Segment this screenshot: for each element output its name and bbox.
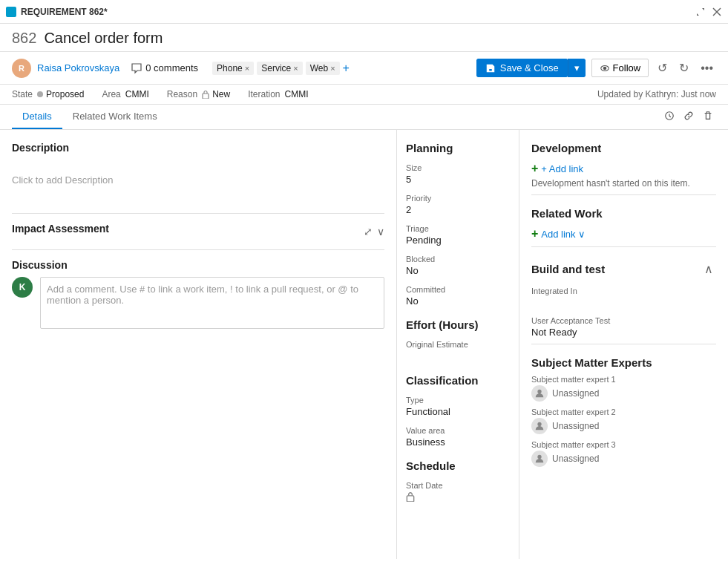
left-panel: Description Click to add Description Imp… xyxy=(0,130,397,559)
tag-phone-close[interactable]: × xyxy=(245,64,249,73)
build-test-collapse-button[interactable]: ∧ xyxy=(701,259,716,279)
divider-1 xyxy=(12,213,384,214)
type-value[interactable]: Functional xyxy=(406,406,510,417)
user-name[interactable]: Raisa Pokrovskaya xyxy=(37,62,119,73)
tag-service-close[interactable]: × xyxy=(293,64,298,73)
impact-collapse-button[interactable]: ∨ xyxy=(377,226,384,238)
impact-assessment-title: Impact Assessment xyxy=(12,223,109,235)
more-options-button[interactable]: ••• xyxy=(698,59,716,78)
tag-service-label: Service xyxy=(261,63,291,73)
sme-3-value[interactable]: Unassigned xyxy=(552,454,599,464)
state-value[interactable]: Proposed xyxy=(37,89,84,99)
blocked-value[interactable]: No xyxy=(406,265,510,276)
sme-3: Subject matter expert 3 Unassigned xyxy=(531,440,716,467)
related-work-add-link-button[interactable]: + Add link ∨ xyxy=(531,227,586,240)
updated-text: Updated by Kathryn: Just now xyxy=(597,89,716,99)
iteration-label: Iteration xyxy=(248,89,280,99)
sme-3-avatar xyxy=(531,451,548,467)
uat-label: User Acceptance Test xyxy=(531,316,716,325)
triage-value[interactable]: Pending xyxy=(406,235,510,246)
value-area-value[interactable]: Business xyxy=(406,436,510,448)
follow-button[interactable]: Follow xyxy=(591,59,649,77)
tag-web[interactable]: Web × xyxy=(306,62,340,75)
svg-rect-6 xyxy=(407,496,413,502)
state-field: State Proposed xyxy=(12,89,84,99)
size-value[interactable]: 5 xyxy=(406,174,510,185)
uat-value[interactable]: Not Ready xyxy=(531,327,716,338)
title-bar: REQUIREMENT 862* xyxy=(0,0,728,24)
comment-area: K Add a comment. Use # to link a work it… xyxy=(12,277,384,329)
title-bar-label: REQUIREMENT 862* xyxy=(21,7,108,17)
lock-icon xyxy=(202,90,209,99)
tab-related-work-items[interactable]: Related Work Items xyxy=(62,105,168,129)
value-area-label: Value area xyxy=(406,426,510,435)
tag-phone[interactable]: Phone × xyxy=(212,62,254,75)
start-date-field: Start Date xyxy=(406,481,510,504)
reason-value[interactable]: New xyxy=(202,89,230,99)
impact-expand-button[interactable]: ⤢ xyxy=(364,226,373,238)
tag-phone-label: Phone xyxy=(217,63,243,73)
tab-icons xyxy=(661,108,716,126)
discussion-title: Discussion xyxy=(12,259,384,271)
dev-add-link-button[interactable]: + + Add link xyxy=(531,162,583,175)
area-value[interactable]: CMMI xyxy=(125,89,149,99)
work-item-title[interactable]: Cancel order form xyxy=(44,30,163,47)
impact-header: Impact Assessment ⤢ ∨ xyxy=(12,223,384,240)
history-icon-button[interactable] xyxy=(661,108,678,126)
delete-icon-button[interactable] xyxy=(700,108,716,126)
impact-icons: ⤢ ∨ xyxy=(364,226,384,238)
sme-1-avatar xyxy=(531,385,548,402)
divider-rw-bt xyxy=(531,246,716,247)
work-item-number: 862 xyxy=(12,30,36,47)
comments-button[interactable]: 0 comments xyxy=(125,60,203,76)
save-close-button[interactable]: Save & Close xyxy=(476,59,568,77)
save-dropdown-button[interactable]: ▾ xyxy=(568,59,586,77)
requirement-icon xyxy=(6,7,16,17)
comment-input[interactable]: Add a comment. Use # to link a work item… xyxy=(40,277,384,329)
priority-field: Priority 2 xyxy=(406,194,510,215)
tab-details[interactable]: Details xyxy=(12,105,62,129)
integrated-in-value[interactable] xyxy=(531,297,716,309)
eye-icon xyxy=(600,63,610,73)
tag-web-label: Web xyxy=(310,63,328,73)
sme-1-value[interactable]: Unassigned xyxy=(552,388,599,399)
iteration-value[interactable]: CMMI xyxy=(285,89,309,99)
undo-button[interactable]: ↺ xyxy=(655,58,670,78)
area-field: Area CMMI xyxy=(102,89,148,99)
build-test-body: Integrated In User Acceptance Test Not R… xyxy=(531,287,716,338)
tag-group: Phone × Service × Web × + xyxy=(212,62,350,75)
blocked-label: Blocked xyxy=(406,255,510,264)
content-area: Description Click to add Description Imp… xyxy=(0,130,728,559)
tag-web-close[interactable]: × xyxy=(330,64,335,73)
start-date-value[interactable] xyxy=(406,491,510,504)
divider-2 xyxy=(12,249,384,250)
priority-value[interactable]: 2 xyxy=(406,204,510,215)
description-title: Description xyxy=(12,142,384,154)
type-label: Type xyxy=(406,396,510,405)
link-icon-button[interactable] xyxy=(681,108,697,126)
close-icon[interactable] xyxy=(712,7,722,17)
add-tag-button[interactable]: + xyxy=(343,62,350,75)
tag-service[interactable]: Service × xyxy=(257,62,302,75)
comments-count: 0 comments xyxy=(145,62,198,73)
build-test-title: Build and test xyxy=(531,263,605,275)
start-date-label: Start Date xyxy=(406,481,510,490)
committed-label: Committed xyxy=(406,285,510,294)
redo-button[interactable]: ↻ xyxy=(676,58,692,78)
resize-icon[interactable] xyxy=(695,7,706,17)
original-estimate-label: Original Estimate xyxy=(406,340,510,349)
size-label: Size xyxy=(406,163,510,172)
toolbar: R Raisa Pokrovskaya 0 comments Phone × S… xyxy=(0,52,728,85)
sme-2-label: Subject matter expert 2 xyxy=(531,408,716,416)
original-estimate-value[interactable] xyxy=(406,350,510,362)
description-input[interactable]: Click to add Description xyxy=(12,160,384,204)
save-close-label: Save & Close xyxy=(500,62,559,73)
work-item-header: 862 Cancel order form xyxy=(0,24,728,52)
sme-2-value[interactable]: Unassigned xyxy=(552,421,599,431)
development-title: Development xyxy=(531,142,716,154)
committed-value[interactable]: No xyxy=(406,295,510,307)
original-estimate-field: Original Estimate xyxy=(406,340,510,362)
middle-panel: Planning Size 5 Priority 2 Triage Pendin… xyxy=(397,130,519,559)
sme-2: Subject matter expert 2 Unassigned xyxy=(531,408,716,434)
comment-avatar: K xyxy=(12,277,33,298)
